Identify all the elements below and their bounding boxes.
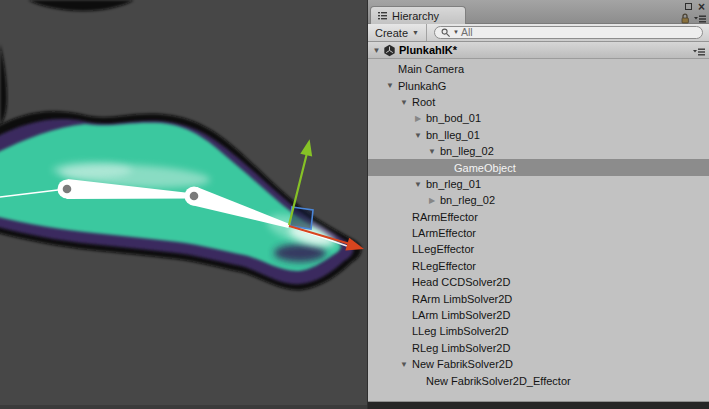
tree-row[interactable]: LLegEffector [368, 241, 709, 257]
tree-row[interactable]: ▶bn_rleg_02 [368, 192, 709, 208]
tree-row-label: RArm LimbSolver2D [412, 293, 512, 305]
hierarchy-toolbar: Create ▼ ▼ All [368, 24, 709, 42]
window-controls: × [685, 1, 705, 12]
tree-row[interactable]: Head CCDSolver2D [368, 274, 709, 290]
tree-row-label: LLegEffector [412, 243, 474, 255]
tree-row-label: Head CCDSolver2D [412, 276, 510, 288]
sprite-shade-patch [274, 244, 326, 262]
tab-title: Hierarchy [392, 10, 439, 22]
panel-sub-controls [680, 13, 706, 24]
close-icon[interactable]: × [698, 2, 705, 12]
maximize-icon[interactable] [685, 3, 692, 10]
tree-row-label: New FabrikSolver2D_Effector [426, 375, 571, 387]
tree-row[interactable]: LArm LimbSolver2D [368, 307, 709, 323]
foldout-icon[interactable]: ▼ [385, 81, 395, 90]
tree-row-label: bn_lleg_02 [440, 145, 494, 157]
foldout-icon[interactable]: ▼ [413, 180, 423, 189]
tree-row-label: bn_lleg_01 [426, 129, 480, 141]
create-button[interactable]: Create ▼ [368, 24, 427, 41]
tree-row-label: bn_bod_01 [426, 112, 481, 124]
panel-bottom-edge [368, 401, 709, 409]
tree-row-label: bn_rleg_01 [426, 178, 481, 190]
tree-row[interactable]: GameObject [368, 159, 709, 175]
create-button-label: Create [375, 27, 408, 39]
unity-cube-icon [383, 44, 396, 57]
tree-row[interactable]: RLegEffector [368, 258, 709, 274]
lock-icon[interactable] [680, 13, 690, 24]
scene-view[interactable] [0, 0, 367, 409]
tree-row-label: LLeg LimbSolver2D [412, 325, 509, 337]
tree-row[interactable]: Main Camera [368, 61, 709, 77]
tree-row[interactable]: ▼bn_rleg_01 [368, 176, 709, 192]
foldout-icon[interactable]: ▼ [427, 147, 437, 156]
foldout-icon[interactable]: ▼ [399, 98, 409, 107]
tree-row[interactable]: ▼Root [368, 94, 709, 110]
panel-menu-icon[interactable] [694, 14, 706, 24]
tree-row[interactable]: RArm LimbSolver2D [368, 290, 709, 306]
hierarchy-panel: Hierarchy × Create [367, 0, 709, 409]
sprite-highlight-soft [52, 162, 132, 178]
tree-row[interactable]: LLeg LimbSolver2D [368, 323, 709, 339]
tree-row[interactable]: ▼PlunkahG [368, 77, 709, 93]
search-filter-caret-icon[interactable]: ▼ [453, 29, 459, 36]
tree-row-label: RLegEffector [412, 260, 476, 272]
scene-header-row[interactable]: ▼ PlunkahIK* [368, 42, 709, 59]
scene-menu-icon[interactable] [693, 47, 705, 57]
tree-row[interactable]: ▼bn_lleg_02 [368, 143, 709, 159]
scene-bottom-edge [0, 405, 367, 409]
scene-canvas[interactable] [0, 0, 367, 409]
tree-row[interactable]: ▼New FabrikSolver2D [368, 356, 709, 372]
unity-editor-window: Hierarchy × Create [0, 0, 709, 409]
foldout-icon[interactable]: ▶ [427, 196, 437, 205]
tree-row-label: LArm LimbSolver2D [412, 309, 510, 321]
search-text: All [461, 27, 473, 38]
hierarchy-tab-icon [378, 11, 387, 20]
foldout-icon[interactable]: ▼ [399, 360, 409, 369]
tree-row-label: Main Camera [398, 63, 464, 75]
hierarchy-tree: Main Camera▼PlunkahG▼Root▶bn_bod_01▼bn_l… [368, 59, 709, 401]
tree-row-label: Root [412, 96, 435, 108]
tree-row-label: LArmEffector [412, 227, 476, 239]
search-icon [441, 28, 451, 38]
tree-row-label: RArmEffector [412, 211, 478, 223]
panel-tab-bar: Hierarchy × [368, 0, 709, 24]
joint-pivot-2[interactable] [190, 192, 199, 201]
scene-name: PlunkahIK* [399, 44, 457, 56]
tab-hierarchy[interactable]: Hierarchy [370, 6, 466, 24]
tree-row[interactable]: ▶bn_bod_01 [368, 110, 709, 126]
scene-foldout-icon[interactable]: ▼ [372, 46, 381, 55]
search-input[interactable]: ▼ All [434, 26, 703, 39]
tree-row-label: New FabrikSolver2D [412, 358, 513, 370]
create-dropdown-caret-icon: ▼ [412, 29, 419, 36]
foldout-icon[interactable]: ▼ [413, 131, 423, 140]
joint-pivot-1[interactable] [63, 185, 72, 194]
tree-row[interactable]: ▼bn_lleg_01 [368, 127, 709, 143]
tree-row[interactable]: RLeg LimbSolver2D [368, 340, 709, 356]
foldout-icon[interactable]: ▶ [413, 114, 423, 123]
tree-row-label: PlunkahG [398, 80, 446, 92]
tree-row-label: bn_rleg_02 [440, 194, 495, 206]
tree-row[interactable]: New FabrikSolver2D_Effector [368, 372, 709, 388]
tree-row-label: GameObject [454, 162, 516, 174]
tree-row-label: RLeg LimbSolver2D [412, 342, 510, 354]
tree-row[interactable]: LArmEffector [368, 225, 709, 241]
tree-row[interactable]: RArmEffector [368, 209, 709, 225]
